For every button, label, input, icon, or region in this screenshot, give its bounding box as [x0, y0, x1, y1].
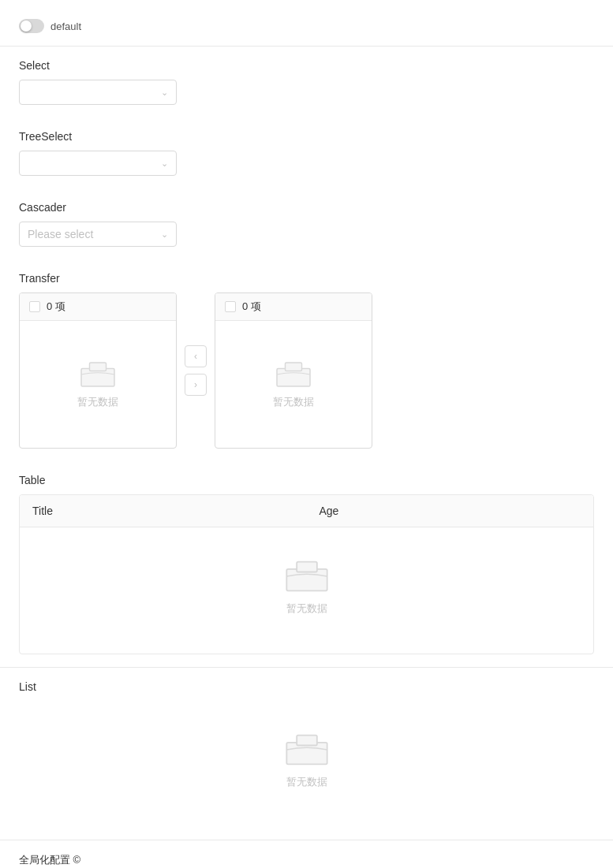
list-section: List 暂无数据: [19, 668, 594, 840]
empty-icon-right: [274, 360, 313, 389]
transfer-right-header: 0 项: [215, 293, 372, 321]
table-empty-text: 暂无数据: [286, 602, 327, 616]
select-input[interactable]: ⌄: [19, 80, 177, 105]
table-title: Table: [19, 474, 594, 486]
transfer-right-panel: 0 项 暂无数据: [215, 292, 372, 449]
cascader-placeholder: Please select: [28, 228, 93, 240]
transfer-container: 0 项 暂无数据 ‹: [19, 292, 594, 449]
transfer-title: Transfer: [19, 272, 594, 285]
select-title: Select: [19, 59, 594, 72]
toggle-switch[interactable]: [19, 19, 44, 33]
transfer-left-checkbox[interactable]: [29, 301, 40, 312]
table-empty-state: 暂无数据: [20, 527, 593, 654]
transfer-buttons: ‹ ›: [177, 345, 215, 396]
svg-rect-1: [90, 363, 107, 371]
svg-rect-5: [297, 562, 317, 572]
table-col-age: Age: [307, 495, 594, 527]
tree-select-section: TreeSelect ⌄: [19, 117, 594, 188]
footer: 全局化配置 ©: [19, 840, 594, 868]
list-empty-icon: [283, 732, 331, 767]
footer-text: 全局化配置 ©: [19, 848, 80, 868]
chevron-down-icon: ⌄: [161, 229, 168, 240]
transfer-right-empty: 暂无数据: [273, 395, 314, 409]
table-col-title: Title: [20, 495, 307, 527]
transfer-left-panel: 0 项 暂无数据: [19, 292, 177, 449]
svg-rect-3: [286, 363, 302, 371]
cascader-title: Cascader: [19, 201, 594, 214]
transfer-right-checkbox[interactable]: [225, 301, 236, 312]
transfer-left-empty: 暂无数据: [77, 395, 118, 409]
transfer-back-button[interactable]: ‹: [185, 345, 207, 367]
toggle-label: default: [50, 20, 81, 32]
list-empty-state: 暂无数据: [19, 701, 594, 827]
table-section: Table Title Age 暂无数据: [19, 461, 594, 667]
transfer-left-count: 0 项: [47, 300, 65, 314]
empty-icon: [78, 360, 118, 389]
table-empty-icon: [283, 559, 331, 594]
chevron-left-icon: ‹: [194, 351, 197, 362]
table-container: Title Age 暂无数据: [19, 494, 594, 654]
chevron-right-icon: ›: [194, 379, 197, 390]
toggle-row: default: [19, 13, 594, 46]
table-header: Title Age: [20, 495, 593, 527]
chevron-down-icon: ⌄: [161, 88, 168, 98]
cascader-input[interactable]: Please select ⌄: [19, 222, 177, 247]
tree-select-title: TreeSelect: [19, 130, 594, 143]
list-empty-text: 暂无数据: [286, 775, 327, 789]
cascader-section: Cascader Please select ⌄: [19, 188, 594, 259]
tree-select-input[interactable]: ⌄: [19, 151, 177, 176]
transfer-left-body: 暂无数据: [20, 321, 176, 448]
list-title: List: [19, 680, 594, 693]
transfer-forward-button[interactable]: ›: [185, 374, 207, 396]
transfer-right-body: 暂无数据: [215, 321, 372, 448]
svg-rect-7: [297, 736, 317, 746]
select-section: Select ⌄: [19, 47, 594, 117]
transfer-section: Transfer 0 项 暂无数据: [19, 259, 594, 461]
transfer-left-header: 0 项: [20, 293, 176, 321]
transfer-right-count: 0 项: [242, 300, 261, 314]
chevron-down-icon: ⌄: [161, 158, 168, 169]
